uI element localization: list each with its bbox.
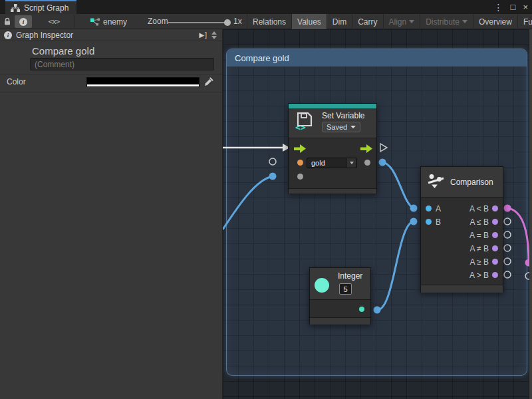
port-input-a[interactable] — [426, 205, 432, 211]
flow-output-arrow-icon[interactable] — [360, 144, 372, 153]
eyedropper-icon — [204, 77, 213, 86]
spin-up-icon — [211, 31, 217, 35]
svg-text:<>: <> — [295, 122, 306, 131]
comparison-row: A ≥ B — [421, 255, 503, 269]
wire-endpoint[interactable] — [269, 173, 277, 180]
chevron-down-icon — [409, 20, 414, 23]
chevron-down-icon — [462, 20, 467, 23]
divider — [0, 74, 222, 74]
node-set-variable[interactable]: <> Set Variable Saved gold — [288, 103, 377, 194]
color-field-label: Color — [7, 77, 26, 86]
inspector-toggle-button[interactable]: i — [15, 15, 32, 28]
node-integer[interactable]: Integer 5 — [309, 267, 371, 325]
script-graph-icon — [11, 4, 20, 12]
spin-down-icon — [211, 36, 217, 39]
unconnected-port-circle[interactable] — [504, 258, 511, 265]
color-swatch[interactable] — [86, 77, 200, 87]
port-variable-name[interactable] — [297, 160, 303, 166]
variable-scope-dropdown[interactable]: Saved — [322, 122, 360, 132]
info-icon: i — [4, 31, 12, 39]
toggle-dim[interactable]: Dim — [327, 14, 352, 29]
eyedropper-button[interactable] — [202, 76, 215, 88]
flow-output-triangle[interactable] — [380, 144, 387, 152]
dropdown-align: Align — [383, 14, 420, 29]
node-footer — [421, 285, 503, 293]
node-accent-strip — [289, 104, 376, 108]
wire-endpoint[interactable] — [374, 307, 381, 314]
preview-code-button[interactable]: <x> — [39, 15, 69, 28]
integer-value-field[interactable]: 5 — [339, 283, 352, 295]
tab-script-graph[interactable]: Script Graph — [5, 0, 76, 14]
toolbar-separator — [74, 15, 74, 28]
port-input-value[interactable] — [297, 174, 303, 180]
node-comparison[interactable]: Comparison A A < B B A ≤ B A = B A ≠ B — [420, 166, 503, 293]
button-overview[interactable]: Overview — [473, 14, 517, 29]
wire-endpoint[interactable] — [410, 205, 418, 212]
divider — [0, 92, 222, 92]
graph-canvas[interactable]: Compare gold — [223, 29, 532, 399]
code-icon: <x> — [49, 17, 60, 26]
node-footer — [289, 188, 376, 194]
comparison-row: A = B — [421, 229, 503, 242]
toolbar-toggles: Relations Values Dim Carry Align Distrib… — [247, 14, 532, 29]
toggle-relations[interactable]: Relations — [247, 14, 291, 29]
zoom-slider-handle[interactable] — [224, 19, 231, 26]
graph-breadcrumb-enemy[interactable]: enemy — [90, 15, 127, 28]
integer-icon — [315, 278, 329, 293]
port-input-b[interactable] — [426, 219, 432, 225]
wire-setvar-to-a[interactable] — [382, 162, 414, 208]
toggle-values[interactable]: Values — [291, 14, 327, 29]
wire-endpoint[interactable] — [379, 159, 386, 166]
zoom-value: 1x — [233, 17, 242, 26]
window-edge — [529, 29, 532, 399]
graph-toolbar: i <x> enemy Zoom 1x Relations Values Dim… — [0, 14, 532, 29]
graph-inspector-panel: i Graph Inspector ▶] Compare gold Color — [0, 29, 223, 399]
node-title: Set Variable — [322, 111, 364, 120]
flow-input-arrow-icon[interactable] — [294, 144, 306, 153]
wire-integer-to-b[interactable] — [377, 221, 414, 310]
zoom-label: Zoom — [148, 17, 168, 26]
unconnected-port-circle[interactable] — [504, 218, 511, 225]
unconnected-port-circle[interactable] — [504, 271, 511, 278]
port-output-a-gte-b[interactable] — [492, 259, 498, 265]
node-title: Comparison — [450, 178, 493, 187]
comparison-row: B A ≤ B — [421, 215, 503, 229]
title-bar: Script Graph ⋮ □ × — [0, 0, 532, 14]
graph-breadcrumb-label: enemy — [103, 17, 127, 27]
unconnected-port-circle[interactable] — [269, 158, 276, 165]
port-output-a-lt-b[interactable] — [492, 205, 498, 211]
inspector-header: i Graph Inspector ▶] — [0, 29, 222, 41]
dock-panel-icon[interactable]: ▶] — [200, 31, 207, 39]
unconnected-port-circle[interactable] — [504, 245, 511, 251]
port-output-value[interactable] — [364, 160, 370, 166]
port-output-a-eq-b[interactable] — [492, 232, 498, 238]
zoom-slider[interactable] — [168, 22, 228, 23]
toggle-carry[interactable]: Carry — [352, 14, 382, 29]
unconnected-port-circle[interactable] — [504, 231, 511, 238]
close-icon[interactable]: × — [523, 3, 528, 11]
maximize-icon[interactable]: □ — [511, 3, 516, 11]
button-full-screen[interactable]: Full Screen — [517, 14, 532, 29]
port-output-a-neq-b[interactable] — [492, 245, 498, 251]
window-menu-icon[interactable]: ⋮ — [494, 3, 503, 12]
port-output-a-gt-b[interactable] — [492, 272, 498, 278]
lock-button[interactable] — [1, 15, 13, 28]
color-alpha-bar — [87, 84, 199, 86]
tab-label: Script Graph — [24, 3, 68, 13]
wire-value-input[interactable] — [223, 176, 273, 229]
node-footer — [310, 317, 370, 325]
panel-scroll-spinner[interactable] — [211, 31, 218, 39]
port-integer-output[interactable] — [359, 307, 364, 312]
set-variable-icon: <> — [295, 111, 316, 131]
variable-name-dropdown[interactable]: gold — [307, 158, 357, 168]
wire-endpoint[interactable] — [504, 205, 511, 212]
graph-node-icon — [90, 18, 100, 26]
node-title: Integer — [338, 271, 362, 281]
wire-endpoint[interactable] — [410, 218, 418, 225]
comparison-row: A > B — [421, 269, 503, 282]
dropdown-distribute: Distribute — [420, 14, 473, 29]
comparison-row: A ≠ B — [421, 242, 503, 255]
graph-title: Compare gold — [32, 45, 94, 57]
port-output-a-lte-b[interactable] — [492, 219, 498, 225]
comment-input[interactable] — [30, 58, 214, 70]
